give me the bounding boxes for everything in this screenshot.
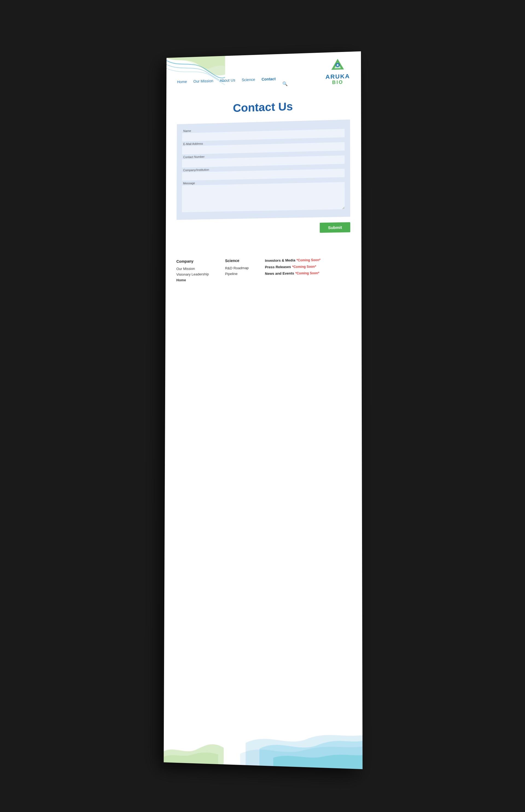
logo-brand-sub: BIO xyxy=(332,79,343,85)
press-releases-row: Press Releases *Coming Soon* xyxy=(265,264,320,269)
logo-brand-name: ARUKA xyxy=(325,73,350,80)
bottom-wave-decoration xyxy=(164,707,363,769)
footer-science-col: Science R&D Roadmap Pipeline xyxy=(225,258,249,283)
logo-icon xyxy=(328,57,347,74)
footer-pipeline-link[interactable]: Pipeline xyxy=(225,271,249,276)
nav-science[interactable]: Science xyxy=(242,77,255,82)
investors-media-row: Investors & Media *Coming Soon* xyxy=(265,257,320,263)
nav-about-us[interactable]: About Us xyxy=(220,78,236,82)
footer-columns: Company Our Mission Visionary Leadership… xyxy=(176,257,350,284)
main-content: Contact Us Name E-Mail Address Contact N… xyxy=(166,87,361,235)
logo: ARUKA BIO xyxy=(325,57,350,85)
press-releases-label: Press Releases xyxy=(265,265,291,269)
page-title: Contact Us xyxy=(177,98,350,116)
footer-rd-roadmap-link[interactable]: R&D Roadmap xyxy=(225,266,249,270)
message-field-wrapper: Message xyxy=(182,178,345,213)
footer-home-link[interactable]: Home xyxy=(176,277,209,282)
nav-links: Home Our Mission About Us Science Contac… xyxy=(177,70,287,89)
news-events-row: News and Events *Coming Soon* xyxy=(265,270,320,276)
company-field-wrapper: Company/Institution xyxy=(182,165,345,181)
submit-button[interactable]: Submit xyxy=(320,222,350,233)
submit-row: Submit xyxy=(176,222,350,235)
message-input[interactable] xyxy=(182,182,345,212)
contact-form: Name E-Mail Address Contact Number Compa… xyxy=(177,119,350,220)
investors-media-label: Investors & Media xyxy=(265,258,295,262)
footer-investors-col: Investors & Media *Coming Soon* Press Re… xyxy=(265,257,320,283)
page-wrapper: Home Our Mission About Us Science Contac… xyxy=(164,51,363,769)
footer-our-mission-link[interactable]: Our Mission xyxy=(176,266,209,271)
search-icon[interactable]: 🔍 xyxy=(282,81,288,86)
nav-contact[interactable]: Contact xyxy=(262,76,276,81)
press-coming-soon: *Coming Soon* xyxy=(292,265,316,269)
footer-visionary-leadership-link[interactable]: Visionary Leadership xyxy=(176,272,209,276)
news-coming-soon: *Coming Soon* xyxy=(295,271,319,275)
footer: Company Our Mission Visionary Leadership… xyxy=(165,248,361,300)
footer-company-col: Company Our Mission Visionary Leadership… xyxy=(176,259,209,284)
news-events-label: News and Events xyxy=(265,271,294,275)
footer-science-heading: Science xyxy=(225,258,249,263)
nav-our-mission[interactable]: Our Mission xyxy=(193,78,213,84)
nav-home[interactable]: Home xyxy=(177,79,187,84)
footer-company-heading: Company xyxy=(176,259,209,264)
investors-coming-soon: *Coming Soon* xyxy=(296,258,320,262)
navigation: Home Our Mission About Us Science Contac… xyxy=(166,51,361,93)
